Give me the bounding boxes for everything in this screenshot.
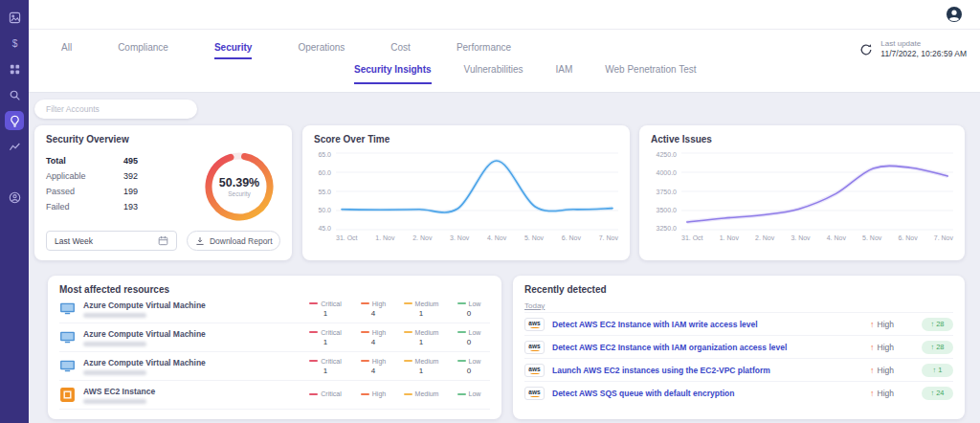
redacted-resource-id: [83, 370, 146, 375]
resource-name: Azure Compute Virtual Machine: [83, 301, 304, 310]
resource-name: AWS EC2 Instance: [83, 387, 304, 396]
up-arrow-icon: ↑: [870, 389, 875, 398]
account-icon[interactable]: [5, 188, 24, 207]
last-update-value: 11/7/2022, 10:26:59 AM: [880, 49, 967, 59]
security-overview-card: Security Overview Total495 Applicable392…: [34, 125, 292, 260]
critical-dash-icon: [309, 393, 318, 395]
aws-icon: aws: [524, 318, 545, 331]
redacted-resource-id: [83, 342, 146, 346]
active-issues-card: Active Issues 4250.0 4000.0 3750.0 3500.…: [639, 125, 965, 260]
critical-dash-icon: [309, 360, 318, 362]
card-title: Recently detected: [513, 276, 965, 295]
today-group-link[interactable]: Today: [524, 301, 545, 310]
stat-label: Applicable: [46, 168, 86, 184]
sidebar: $: [0, 0, 29, 423]
table-row[interactable]: Azure Compute Virtual Machine Critical1 …: [59, 295, 490, 323]
severity: ↑High: [870, 320, 914, 329]
tab-performance[interactable]: Performance: [457, 42, 511, 59]
azure-vm-icon: [59, 301, 76, 317]
stat-label: Passed: [46, 184, 75, 199]
header-panel: All Compliance Security Operations Cost …: [29, 30, 980, 93]
x-axis-labels: 31. Oct1. Nov2. Nov3. Nov4. Nov5. Nov6. …: [336, 234, 618, 241]
list-item[interactable]: aws Detect AWS SQS queue with default en…: [524, 381, 953, 404]
calendar-icon: [158, 235, 168, 246]
high-dash-icon: [361, 393, 369, 395]
stat-label: Total: [46, 153, 66, 168]
most-affected-card: Most affected resources Azure Compute Vi…: [48, 276, 501, 419]
list-item[interactable]: aws Detect AWS EC2 Instance with IAM org…: [524, 335, 953, 358]
billing-icon[interactable]: $: [5, 33, 24, 53]
trend-badge: ↑28: [922, 318, 953, 331]
subtab-security-insights[interactable]: Security Insights: [354, 64, 432, 84]
line-plot: [336, 151, 618, 232]
table-row[interactable]: Azure Compute Virtual Machine Critical1 …: [59, 352, 490, 381]
redacted-resource-id: [83, 313, 146, 318]
period-select[interactable]: Last Week: [46, 231, 177, 251]
stat-value: 495: [123, 153, 138, 168]
subtab-vulnerabilities[interactable]: Vulnerabilities: [464, 64, 523, 84]
redacted-resource-id: [83, 399, 146, 404]
low-dash-icon: [457, 393, 466, 395]
score-over-time-card: Score Over Time 65.0 60.0 55.0 50.0 45.0…: [302, 125, 630, 260]
avatar[interactable]: [946, 6, 963, 23]
tab-all[interactable]: All: [61, 42, 72, 59]
search-icon[interactable]: [5, 85, 24, 104]
period-value: Last Week: [55, 236, 93, 246]
refresh-icon[interactable]: [859, 43, 873, 56]
apps-grid-icon[interactable]: [5, 59, 24, 78]
high-dash-icon: [361, 331, 369, 333]
high-dash-icon: [361, 360, 369, 362]
trend-badge: ↑24: [922, 387, 953, 400]
aws-icon: aws: [524, 341, 545, 354]
up-arrow-icon: ↑: [930, 320, 934, 328]
recently-detected-card: Recently detected Today aws Detect AWS E…: [513, 276, 965, 419]
critical-dash-icon: [309, 331, 318, 333]
up-arrow-icon: ↑: [870, 343, 875, 352]
subtab-iam[interactable]: IAM: [555, 64, 572, 84]
table-row[interactable]: Azure Compute Virtual Machine Critical1 …: [59, 323, 490, 352]
security-caption: Security: [228, 190, 250, 197]
stat-label: Failed: [46, 199, 70, 214]
low-dash-icon: [457, 302, 466, 304]
card-title: Security Overview: [34, 125, 292, 145]
overview-controls: Last Week Download Report: [46, 231, 280, 251]
download-label: Download Report: [210, 236, 273, 246]
tab-compliance[interactable]: Compliance: [118, 42, 168, 59]
top-bar: [29, 0, 980, 30]
last-update: Last update 11/7/2022, 10:26:59 AM: [859, 39, 967, 59]
table-row[interactable]: AWS EC2 Instance Critical High Medium Lo…: [59, 381, 490, 410]
trend-badge: ↑1: [922, 364, 953, 377]
alert-link[interactable]: Detect AWS SQS queue with default encryp…: [552, 389, 862, 398]
resource-name: Azure Compute Virtual Machine: [83, 329, 304, 339]
dashboard-page: $ All Compliance Security Operations C: [0, 0, 980, 423]
medium-dash-icon: [404, 393, 412, 395]
score-chart: 65.0 60.0 55.0 50.0 45.0 31. Oct1. Nov2.…: [312, 151, 618, 241]
azure-vm-icon: [59, 358, 76, 374]
alert-link[interactable]: Detect AWS EC2 Instance with IAM write a…: [552, 320, 862, 329]
list-item[interactable]: aws Launch AWS EC2 instances using the E…: [524, 358, 953, 381]
download-icon: [195, 236, 205, 246]
list-item[interactable]: aws Detect AWS EC2 Instance with IAM wri…: [524, 312, 953, 335]
security-insights-icon[interactable]: [5, 111, 24, 130]
download-report-button[interactable]: Download Report: [187, 231, 280, 251]
aws-ec2-icon: [59, 387, 76, 403]
azure-vm-icon: [59, 329, 76, 345]
tab-operations[interactable]: Operations: [298, 42, 345, 59]
card-title: Active Issues: [639, 125, 965, 145]
tab-security[interactable]: Security: [214, 42, 252, 59]
subtab-web-penetration-test[interactable]: Web Penetration Test: [605, 64, 696, 84]
aws-icon: aws: [524, 387, 545, 400]
security-stats: Total495 Applicable392 Passed199 Failed1…: [46, 153, 138, 214]
tab-cost[interactable]: Cost: [390, 42, 411, 59]
dashboard-icon[interactable]: [5, 8, 24, 27]
medium-dash-icon: [404, 302, 412, 304]
issues-chart: 4250.0 4000.0 3750.0 3500.0 3250.0 31. O…: [649, 151, 953, 241]
card-title: Most affected resources: [48, 276, 501, 295]
y-axis-labels: 4250.0 4000.0 3750.0 3500.0 3250.0: [649, 151, 681, 232]
up-arrow-icon: ↑: [870, 366, 875, 375]
low-dash-icon: [457, 331, 466, 333]
alert-link[interactable]: Launch AWS EC2 instances using the EC2-V…: [552, 366, 862, 375]
alert-link[interactable]: Detect AWS EC2 Instance with IAM organiz…: [552, 343, 862, 352]
filter-accounts-input[interactable]: [34, 100, 197, 119]
trends-icon[interactable]: [5, 137, 24, 156]
